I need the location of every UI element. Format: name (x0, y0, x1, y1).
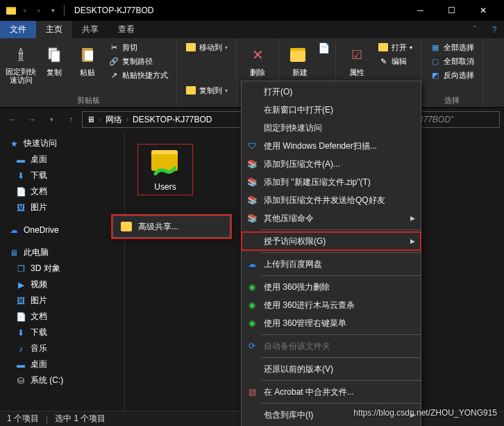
sidebar-pictures2[interactable]: 🖼图片 (0, 293, 124, 309)
menu-acrobat[interactable]: ▤在 Acrobat 中合并文件... (242, 383, 421, 401)
sidebar-documents2[interactable]: 📄文档 (0, 309, 124, 325)
context-menu: 打开(O) 在新窗口中打开(E) 固定到快速访问 🛡使用 Windows Def… (241, 81, 421, 426)
sidebar-videos[interactable]: ▶视频 (0, 277, 124, 293)
help-icon[interactable]: ? (485, 21, 504, 38)
picture-icon: 🖼 (15, 295, 26, 306)
invert-button[interactable]: ◩反向选择 (427, 69, 477, 81)
star-icon: ★ (8, 138, 19, 149)
qat-icon[interactable]: ▫ (33, 5, 44, 16)
sharedfolder-icon (149, 147, 182, 181)
sidebar: ▾★快速访问 ▬桌面 ⬇下载 📄文档 🖼图片 ›☁OneDrive ▾🖥此电脑 … (0, 131, 125, 411)
sidebar-downloads[interactable]: ⬇下载 (0, 167, 124, 183)
menu-otherzip[interactable]: 📚其他压缩命令▶ (242, 209, 421, 227)
sidebar-system[interactable]: ⛁系统 (C:) (0, 372, 124, 388)
360-icon: ◉ (246, 281, 258, 293)
titlebar: ▫ ▫ ▾ DESKTOP-KJ77BOD ─ ☐ ✕ (0, 0, 504, 21)
back-button[interactable]: ← (4, 111, 21, 128)
sidebar-documents[interactable]: 📄文档 (0, 183, 124, 199)
sidebar-desktop2[interactable]: ▬桌面 (0, 357, 124, 372)
sidebar-quick[interactable]: ▾★快速访问 (0, 136, 124, 151)
copyto-button[interactable]: 复制到 ▾ (183, 84, 230, 97)
menu-pin-quick[interactable]: 固定到快速访问 (242, 119, 421, 137)
selectall-button[interactable]: ▦全部选择 (427, 41, 477, 54)
submenu-advanced-share[interactable]: 高级共享... (113, 218, 230, 236)
sidebar-thispc[interactable]: ▾🖥此电脑 (0, 245, 124, 261)
newfolder-icon (289, 44, 311, 66)
tab-file[interactable]: 文件 (0, 21, 36, 38)
recent-dropdown[interactable]: ▾ (43, 111, 60, 128)
crumb-network[interactable]: 网络 (106, 114, 122, 126)
minimize-button[interactable]: ─ (405, 0, 436, 21)
share-icon (120, 220, 133, 233)
paste-button[interactable]: 粘贴 (72, 41, 103, 78)
sidebar-downloads2[interactable]: ⬇下载 (0, 325, 124, 341)
drive-icon: ⛁ (15, 375, 26, 386)
menu-open[interactable]: 打开(O) (242, 83, 421, 101)
svg-rect-1 (6, 8, 16, 15)
360-icon: ◉ (246, 299, 258, 311)
qat-dropdown-icon[interactable]: ▾ (47, 5, 58, 16)
menu-baidu[interactable]: ☁上传到百度网盘 (242, 255, 421, 273)
menu-360menu[interactable]: ◉使用 360管理右键菜单 (242, 314, 421, 332)
maximize-button[interactable]: ☐ (436, 0, 467, 21)
pin-button[interactable]: 固定到快 速访问 (6, 41, 36, 84)
download-icon: ⬇ (15, 170, 26, 181)
folder-label: Users (154, 182, 176, 192)
open-button[interactable]: 打开 ▾ (375, 41, 415, 54)
cut-button[interactable]: ✂剪切 (106, 41, 171, 54)
selectnone-button[interactable]: ▢全部取消 (427, 55, 477, 67)
svg-rect-9 (290, 51, 305, 62)
archive-icon: 📚 (246, 212, 258, 224)
sync-icon: ⟳ (246, 340, 258, 352)
archive-icon: 📚 (246, 194, 258, 206)
svg-rect-5 (85, 51, 93, 60)
menu-addarchive[interactable]: 📚添加到压缩文件(A)... (242, 155, 421, 173)
sidebar-onedrive[interactable]: ›☁OneDrive (0, 222, 124, 238)
360-icon: ◉ (246, 317, 258, 329)
close-button[interactable]: ✕ (467, 0, 498, 21)
shortcut-icon: ↗ (108, 69, 119, 81)
menu-defender[interactable]: 🛡使用 Windows Defender扫描... (242, 137, 421, 155)
moveto-button[interactable]: 移动到 ▾ (183, 41, 230, 54)
folder-icon (185, 85, 196, 96)
delete-button[interactable]: ✕ 删除▾ (242, 41, 273, 85)
folder-icon (6, 5, 17, 16)
folder-users[interactable]: Users (137, 144, 193, 195)
music-icon: ♪ (15, 343, 26, 354)
pasteshortcut-button[interactable]: ↗粘贴快捷方式 (106, 69, 171, 81)
up-button[interactable]: ↑ (62, 111, 79, 128)
copypath-button[interactable]: 🔗复制路径 (106, 55, 171, 67)
pin-icon (10, 44, 32, 66)
folder-icon (378, 42, 389, 53)
sidebar-3d[interactable]: ❒3D 对象 (0, 261, 124, 277)
forward-button[interactable]: → (24, 111, 40, 128)
sidebar-desktop[interactable]: ▬桌面 (0, 151, 124, 167)
sidebar-pictures[interactable]: 🖼图片 (0, 199, 124, 215)
tab-home[interactable]: 主页 (36, 21, 72, 38)
properties-icon: ☑ (346, 44, 368, 66)
newitem-icon[interactable]: 📄 (318, 42, 330, 54)
menu-restore[interactable]: 还原以前的版本(V) (242, 360, 421, 378)
tab-share[interactable]: 共享 (72, 21, 108, 38)
menu-addqq[interactable]: 📚添加到压缩文件并发送给QQ好友 (242, 191, 421, 209)
sidebar-music[interactable]: ♪音乐 (0, 341, 124, 357)
new-button[interactable]: 新建 (285, 41, 315, 78)
document-icon: 📄 (15, 186, 26, 197)
picture-icon: 🖼 (15, 202, 26, 213)
menu-autobak: ⟳自动备份该文件夹 (242, 337, 421, 355)
qat-icon[interactable]: ▫ (19, 5, 31, 16)
menu-360delete[interactable]: ◉使用 360强力删除 (242, 278, 421, 296)
status-count: 1 个项目 (7, 413, 39, 425)
menu-give-access[interactable]: 授予访问权限(G)▶ (242, 232, 421, 250)
ribbon-collapse-icon[interactable]: ˇ (465, 21, 485, 38)
baidu-icon: ☁ (246, 258, 258, 270)
edit-button[interactable]: ✎编辑 (375, 55, 415, 67)
menu-360scan[interactable]: ◉使用 360进行木马云查杀 (242, 296, 421, 314)
copy-button[interactable]: 复制 (39, 41, 69, 78)
properties-button[interactable]: ☑ 属性▾ (342, 41, 372, 85)
tab-view[interactable]: 查看 (108, 21, 144, 38)
crumb-host[interactable]: DESKTOP-KJ77BOD (133, 115, 212, 124)
svg-rect-13 (121, 222, 132, 231)
menu-open-new[interactable]: 在新窗口中打开(E) (242, 101, 421, 119)
menu-addzip[interactable]: 📚添加到 "新建压缩文件.zip"(T) (242, 173, 421, 191)
